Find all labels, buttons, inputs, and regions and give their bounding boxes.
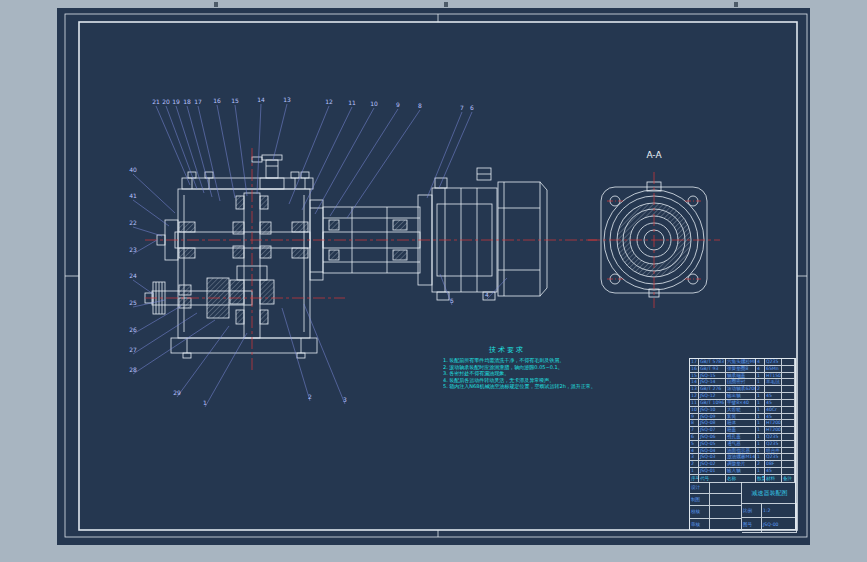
callout-number: 3 — [343, 396, 347, 403]
bom-cell: 滚动轴承6206 — [726, 386, 756, 393]
callout-leader — [133, 174, 175, 213]
margin-mark — [444, 2, 448, 7]
bom-cell — [782, 359, 795, 366]
callout-number: 18 — [183, 98, 191, 105]
callout-leader — [205, 333, 247, 407]
title-block-fields: 设计制图校核审核 — [690, 482, 742, 531]
bom-cell: GB/T 93 — [699, 366, 726, 373]
bom-cell: 1 — [756, 407, 765, 414]
drawing-no-label: 图号 — [742, 518, 762, 533]
bom-cell: GB/T 5783 — [699, 359, 726, 366]
bom-cell: Q235 — [765, 441, 782, 448]
callout-leader — [347, 110, 420, 218]
bom-row: 10JSQ-10大齿轮140Cr — [690, 407, 795, 414]
bom-cell: 毡圈密封 — [726, 379, 756, 386]
bom-cell: JSQ-05 — [699, 441, 726, 448]
notes-line: 4. 装配后各运动件转动灵活，无卡滞及异常噪声。 — [443, 377, 623, 384]
callout-number: 9 — [396, 101, 400, 108]
bom-cell — [782, 420, 795, 427]
callout-number: 4 — [485, 291, 489, 298]
bom-row: 9JSQ-09套筒145 — [690, 414, 795, 421]
bom-row: 8JSQ-08箱体1HT200 — [690, 420, 795, 427]
bom-cell — [782, 373, 795, 380]
bom-cell: JSQ-01 — [699, 468, 726, 475]
callout-number: 25 — [129, 299, 137, 306]
bom-cell: 1 — [756, 393, 765, 400]
bom-cell: GB/T 1096 — [699, 400, 726, 407]
bom-cell: 1 — [756, 420, 765, 427]
bom-cell: 1 — [756, 427, 765, 434]
bom-cell: 箱体 — [726, 420, 756, 427]
callout-leader — [133, 227, 162, 236]
bom-cell — [782, 454, 795, 461]
title-block-right: 减速器装配图 比例 1:2 图号 JSQ-00 — [742, 482, 797, 531]
bom-row: 17GB/T 5783六角头螺栓M8×254Q235 — [690, 359, 795, 366]
drawing-no-value: JSQ-00 — [762, 518, 797, 533]
callout-number: 15 — [231, 97, 239, 104]
bom-cell: Q235 — [765, 454, 782, 461]
bom-cell: HT150 — [765, 373, 782, 380]
bom-row: 5JSQ-05通气器1Q235 — [690, 441, 795, 448]
bom-cell: 45 — [765, 468, 782, 475]
callout-number: 41 — [129, 192, 137, 199]
callout-number: 5 — [450, 297, 454, 304]
callout-number: 14 — [257, 96, 265, 103]
bom-row: 1JSQ-01输入轴145 — [690, 468, 795, 475]
bom-cell: JSQ-14 — [699, 379, 726, 386]
top-boss — [260, 178, 284, 189]
bom-row: 6JSQ-06视孔盖1Q235 — [690, 434, 795, 441]
bom-cell — [782, 441, 795, 448]
bom-cell — [782, 468, 795, 475]
bom-cell: 65Mn — [765, 366, 782, 373]
callout-leader — [133, 300, 165, 307]
bom-cell: 轴承端盖 — [726, 373, 756, 380]
callout-leader — [176, 106, 204, 193]
bom-cell: 羊毛毡 — [765, 379, 782, 386]
bom-row: 4JSQ-04油面指示器1组合件 — [690, 448, 795, 455]
bom-cell: 输入轴 — [726, 468, 756, 475]
bom-row: 13GB/T 276滚动轴承62062 — [690, 386, 795, 393]
bom-cell — [782, 379, 795, 386]
bom-cell: 12 — [690, 393, 699, 400]
callout-number: 17 — [194, 98, 202, 105]
bom-cell — [782, 414, 795, 421]
bom-cell: 45 — [765, 393, 782, 400]
callout-leader — [273, 104, 287, 160]
drawing-canvas[interactable]: A-A 212019181716151413121110987640412223… — [57, 8, 810, 545]
top-flange — [182, 178, 313, 189]
bom-cell — [710, 519, 742, 531]
callout-number: 1 — [203, 399, 207, 406]
spindle-assembly-view — [310, 168, 547, 300]
bom-cell: 1 — [756, 414, 765, 421]
bom-cell: 4 — [690, 448, 699, 455]
bom-table: 17GB/T 5783六角头螺栓M8×254Q23516GB/T 93弹簧垫圈8… — [689, 358, 796, 530]
bom-cell: 11 — [690, 400, 699, 407]
bom-cell: 1 — [756, 448, 765, 455]
bom-cell: 17 — [690, 359, 699, 366]
callout-leader — [133, 280, 153, 294]
callout-leader — [166, 106, 197, 189]
bom-cell: 1 — [756, 379, 765, 386]
bom-cell: 六角头螺栓M8×25 — [726, 359, 756, 366]
bom-cell: 通气器 — [726, 441, 756, 448]
callout-number: 27 — [129, 346, 137, 353]
bom-cell: 输出轴 — [726, 393, 756, 400]
bom-cell: 2 — [690, 461, 699, 468]
callout-leader — [439, 112, 472, 188]
bom-cell: GB/T 276 — [699, 386, 726, 393]
bom-cell — [782, 448, 795, 455]
bom-cell: JSQ-08 — [699, 420, 726, 427]
callout-leader — [156, 106, 190, 185]
bom-cell: 制图 — [690, 494, 710, 506]
bom-cell: 视孔盖 — [726, 434, 756, 441]
notes-line: 1. 装配前所有零件均需清洗干净，不得有毛刺及铁屑。 — [443, 357, 623, 364]
callout-number: 23 — [129, 246, 137, 253]
bom-cell: 3 — [690, 454, 699, 461]
bom-cell: 4 — [756, 366, 765, 373]
callout-number: 13 — [283, 96, 291, 103]
callout-leader — [304, 304, 345, 404]
callout-number: 8 — [418, 102, 422, 109]
bom-cell: JSQ-07 — [699, 427, 726, 434]
notes-line: 5. 箱内注入N68机械油至油标规定位置，空载试运转2h，温升正常。 — [443, 383, 623, 390]
bom-cell: 8 — [690, 420, 699, 427]
